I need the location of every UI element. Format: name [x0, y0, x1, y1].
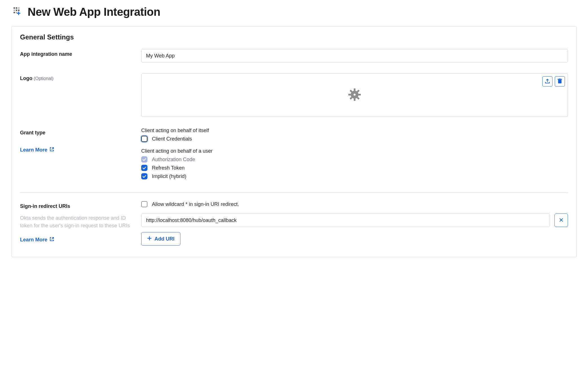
field-logo: Logo (Optional): [20, 73, 568, 117]
external-link-icon: [50, 237, 54, 243]
divider: [20, 192, 568, 193]
label-signin-redirect-uris: Sign-in redirect URIs: [20, 203, 70, 209]
field-grant-type: Grant type Learn More Client acting on b…: [20, 128, 568, 182]
external-link-icon: [50, 147, 54, 153]
label-refresh-token: Refresh Token: [152, 165, 185, 171]
grant-self-heading: Client acting on behalf of itself: [141, 128, 568, 134]
checkbox-implicit[interactable]: [141, 173, 147, 179]
svg-rect-5: [18, 10, 19, 11]
checkbox-allow-wildcard[interactable]: [141, 201, 147, 207]
svg-rect-0: [14, 7, 15, 9]
plus-icon: [147, 236, 152, 242]
add-uri-button[interactable]: Add URI: [141, 232, 180, 246]
app-integration-name-input[interactable]: [141, 49, 568, 63]
svg-rect-12: [354, 99, 355, 101]
svg-rect-8: [558, 80, 562, 83]
svg-rect-10: [559, 79, 561, 79]
gear-icon: [348, 88, 361, 103]
svg-rect-6: [14, 12, 15, 13]
close-icon: [559, 218, 563, 223]
svg-rect-4: [16, 10, 17, 11]
upload-logo-button[interactable]: [542, 76, 552, 86]
help-text-redirect-uris: Okta sends the authentication response a…: [20, 214, 133, 230]
label-client-credentials: Client Credentials: [152, 136, 192, 142]
section-title: General Settings: [20, 33, 568, 41]
svg-rect-14: [359, 94, 361, 95]
label-grant-type: Grant type: [20, 130, 45, 135]
label-logo: Logo: [20, 75, 32, 81]
delete-logo-button[interactable]: [555, 76, 565, 86]
svg-point-21: [354, 94, 356, 95]
svg-rect-1: [16, 7, 17, 9]
label-logo-optional: (Optional): [34, 76, 53, 81]
trash-icon: [558, 79, 562, 84]
label-app-integration-name: App integration name: [20, 51, 72, 57]
checkbox-authorization-code: [141, 156, 147, 163]
general-settings-panel: General Settings App integration name Lo…: [11, 26, 577, 257]
field-signin-redirect-uris: Sign-in redirect URIs Okta sends the aut…: [20, 201, 568, 246]
learn-more-redirect-uris[interactable]: Learn More: [20, 237, 54, 243]
field-app-integration-name: App integration name: [20, 49, 568, 63]
label-allow-wildcard: Allow wildcard * in sign-in URI redirect…: [152, 201, 239, 207]
page-title: New Web App Integration: [28, 6, 160, 18]
svg-rect-13: [348, 94, 351, 95]
remove-uri-button[interactable]: [554, 213, 568, 227]
app-grid-icon: [14, 7, 23, 17]
svg-rect-2: [18, 7, 19, 9]
svg-rect-11: [354, 88, 355, 91]
upload-icon: [545, 79, 550, 84]
checkbox-refresh-token[interactable]: [141, 165, 147, 171]
label-authorization-code: Authorization Code: [152, 157, 195, 163]
logo-upload-area[interactable]: [141, 73, 568, 117]
grant-user-heading: Client acting on behalf of a user: [141, 148, 568, 154]
svg-rect-3: [14, 10, 15, 11]
learn-more-grant-type[interactable]: Learn More: [20, 147, 54, 153]
label-implicit: Implicit (hybrid): [152, 174, 186, 179]
redirect-uri-input[interactable]: [141, 213, 550, 227]
checkbox-client-credentials[interactable]: [141, 136, 147, 142]
